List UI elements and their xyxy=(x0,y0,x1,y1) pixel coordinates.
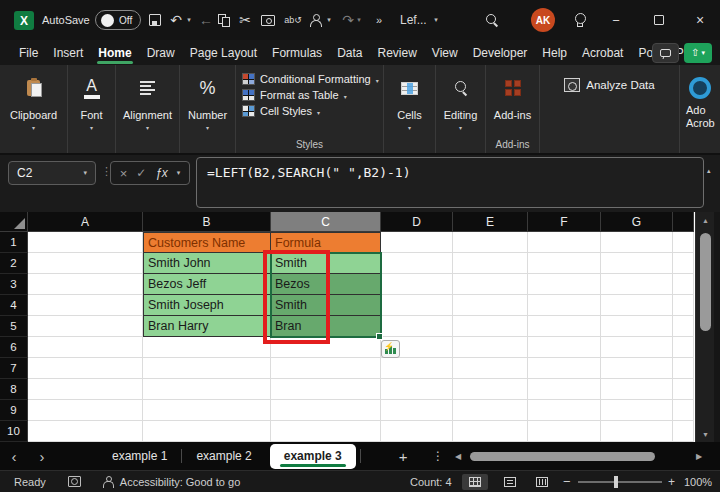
cell-E2[interactable] xyxy=(453,253,528,274)
row-header-6[interactable]: 6 xyxy=(0,337,28,358)
cell-C10[interactable] xyxy=(271,421,381,442)
clipboard-group[interactable]: Clipboard ▾ xyxy=(0,65,68,153)
cell-G2[interactable] xyxy=(601,253,673,274)
confirm-entry-button[interactable]: ✓ xyxy=(136,166,146,180)
add-ins-group[interactable]: Add-ins Add-ins xyxy=(486,65,540,153)
undo-dropdown[interactable]: ▾ xyxy=(184,0,194,40)
cell-F3[interactable] xyxy=(528,274,601,295)
cell-G1[interactable] xyxy=(601,232,673,253)
add-sheet-button[interactable]: + xyxy=(399,448,408,465)
cell-H2[interactable] xyxy=(673,253,694,274)
quick-analysis-button[interactable]: ⚡ xyxy=(381,340,400,358)
column-header-B[interactable]: B xyxy=(143,212,271,232)
cell-A3[interactable] xyxy=(28,274,143,295)
cell-E7[interactable] xyxy=(453,358,528,379)
cell-H1[interactable] xyxy=(673,232,694,253)
share-button[interactable]: ⇧ ▾ xyxy=(684,43,712,63)
insert-function-button[interactable]: ƒx xyxy=(155,166,168,180)
cell-H3[interactable] xyxy=(673,274,694,295)
analyze-data-group[interactable]: Analyze Data xyxy=(540,65,680,153)
cell-C9[interactable] xyxy=(271,400,381,421)
cell-G3[interactable] xyxy=(601,274,673,295)
cancel-entry-button[interactable]: × xyxy=(120,166,128,181)
formula-input[interactable]: =LEFT(B2,SEARCH(" ",B2)-1) xyxy=(196,157,704,208)
more-commands-button[interactable]: » xyxy=(370,0,388,40)
cell-F7[interactable] xyxy=(528,358,601,379)
accessibility-status[interactable]: Accessibility: Good to go xyxy=(120,476,240,488)
cell-F1[interactable] xyxy=(528,232,601,253)
cell-H4[interactable] xyxy=(673,295,694,316)
row-header-9[interactable]: 9 xyxy=(0,400,28,421)
adobe-acrobat-group[interactable]: Ado Acrob xyxy=(680,65,720,153)
row-header-8[interactable]: 8 xyxy=(0,379,28,400)
sheet-nav-prev-icon[interactable]: ‹ xyxy=(0,448,28,465)
cell-G5[interactable] xyxy=(601,316,673,337)
font-group[interactable]: A Font ▾ xyxy=(68,65,116,153)
cell-F8[interactable] xyxy=(528,379,601,400)
vertical-scrollbar[interactable]: ▲ ▼ xyxy=(695,212,714,442)
column-header-G[interactable]: G xyxy=(601,212,673,232)
ribbon-tab-draw[interactable]: Draw xyxy=(146,43,176,63)
select-all-corner[interactable] xyxy=(0,212,28,232)
cell-C4[interactable]: Smith xyxy=(271,295,381,316)
row-header-4[interactable]: 4 xyxy=(0,295,28,316)
cell-A6[interactable] xyxy=(28,337,143,358)
cell-B4[interactable]: Smith Joseph xyxy=(143,295,271,316)
avatar[interactable]: AK xyxy=(531,8,555,32)
cell-F10[interactable] xyxy=(528,421,601,442)
row-header-1[interactable]: 1 xyxy=(0,232,28,253)
cell-C3[interactable]: Bezos xyxy=(271,274,381,295)
sheet-tab-example-2[interactable]: example 2 xyxy=(182,442,265,470)
row-header-5[interactable]: 5 xyxy=(0,316,28,337)
column-header-A[interactable]: A xyxy=(28,212,143,232)
zoom-in-button[interactable]: + xyxy=(668,475,675,489)
column-header-D[interactable]: D xyxy=(381,212,453,232)
minimize-button[interactable]: − xyxy=(602,0,630,40)
scroll-up-icon[interactable]: ▲ xyxy=(696,217,715,224)
cell-C8[interactable] xyxy=(271,379,381,400)
cell-C6[interactable] xyxy=(271,337,381,358)
undo-button[interactable]: ↶ xyxy=(166,0,186,40)
cells-group[interactable]: Cells ▾ xyxy=(384,65,436,153)
horizontal-scroll-thumb[interactable] xyxy=(470,452,655,461)
search-button[interactable] xyxy=(480,0,504,40)
cell-B3[interactable]: Bezos Jeff xyxy=(143,274,271,295)
cell-A4[interactable] xyxy=(28,295,143,316)
cell-D5[interactable] xyxy=(381,316,453,337)
cell-F2[interactable] xyxy=(528,253,601,274)
cell-H5[interactable] xyxy=(673,316,694,337)
cell-G4[interactable] xyxy=(601,295,673,316)
cell-D4[interactable] xyxy=(381,295,453,316)
alignment-group[interactable]: Alignment ▾ xyxy=(116,65,180,153)
cell-B5[interactable]: Bran Harry xyxy=(143,316,271,337)
cell-B7[interactable] xyxy=(143,358,271,379)
redo-dropdown[interactable]: ▾ xyxy=(354,0,364,40)
cell-C7[interactable] xyxy=(271,358,381,379)
zoom-slider-track[interactable] xyxy=(578,481,662,483)
ribbon-tab-help[interactable]: Help xyxy=(541,43,568,63)
ribbon-tab-page-layout[interactable]: Page Layout xyxy=(189,43,258,63)
account-sync-button[interactable] xyxy=(306,0,324,40)
cell-F5[interactable] xyxy=(528,316,601,337)
cell-H8[interactable] xyxy=(673,379,694,400)
ribbon-tab-file[interactable]: File xyxy=(18,43,39,63)
cell-D8[interactable] xyxy=(381,379,453,400)
cell-E3[interactable] xyxy=(453,274,528,295)
row-header-10[interactable]: 10 xyxy=(0,421,28,442)
cell-H10[interactable] xyxy=(673,421,694,442)
cell-H9[interactable] xyxy=(673,400,694,421)
cell-C1[interactable]: Formula xyxy=(271,232,381,253)
cell-F9[interactable] xyxy=(528,400,601,421)
document-title-dropdown[interactable]: ▾ xyxy=(430,0,442,40)
cell-B10[interactable] xyxy=(143,421,271,442)
cut-button[interactable]: ✂ xyxy=(234,0,256,40)
normal-view-button[interactable] xyxy=(462,474,488,490)
ribbon-tab-formulas[interactable]: Formulas xyxy=(271,43,323,63)
ribbon-tab-insert[interactable]: Insert xyxy=(52,43,84,63)
cell-D10[interactable] xyxy=(381,421,453,442)
close-button[interactable]: × xyxy=(686,0,714,40)
ribbon-tab-view[interactable]: View xyxy=(431,43,459,63)
zoom-slider-thumb[interactable] xyxy=(614,476,618,488)
cell-D2[interactable] xyxy=(381,253,453,274)
sheet-tab-example-1[interactable]: example 1 xyxy=(98,442,181,470)
